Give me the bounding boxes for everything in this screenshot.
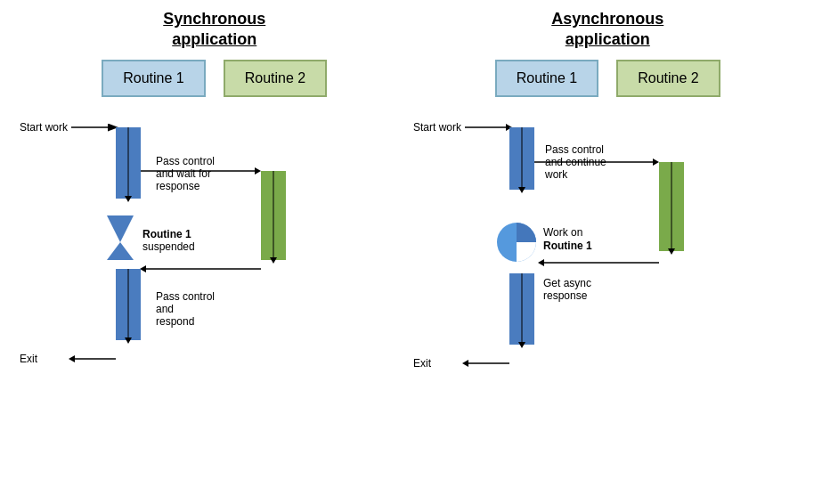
sync-pass2-label: Pass control — [156, 290, 215, 303]
async-response-label: response — [543, 289, 588, 302]
sync-and-wait-label: and wait for — [156, 167, 211, 180]
sync-routine1-box: Routine 1 — [102, 60, 206, 97]
sync-hourglass-top — [107, 215, 134, 242]
sync-pass-control-label: Pass control — [156, 155, 215, 167]
sync-r1-down-arrow1 — [125, 196, 132, 202]
async-return-arrowhead — [538, 259, 544, 266]
sync-suspended-label: suspended — [142, 240, 195, 253]
async-start-work-label: Start work — [413, 121, 462, 134]
sync-response-label: response — [156, 180, 200, 192]
sync-exit-label: Exit — [20, 353, 38, 365]
async-routine1-box: Routine 1 — [495, 60, 599, 97]
async-routine1-bold-label: Routine 1 — [543, 240, 592, 252]
sync-routine1-label: Routine 1 — [142, 228, 191, 240]
sync-routines-row: Routine 1 Routine 2 — [18, 60, 411, 97]
sync-respond-label: respond — [156, 315, 194, 328]
async-r2-down-arrow — [668, 248, 675, 255]
async-pass-arrowhead — [653, 159, 659, 166]
async-pie-slice — [517, 223, 536, 242]
sync-and-label: and — [156, 303, 174, 315]
async-pass-control-label: Pass control — [545, 143, 604, 156]
sync-r2-down-arrow — [270, 257, 277, 264]
sync-exit-arrowhead — [69, 355, 75, 362]
main-container: Synchronousapplication Routine 1 Routine… — [0, 0, 822, 504]
sync-r1-down-arrow2 — [125, 337, 132, 344]
sync-routine2-box: Routine 2 — [224, 60, 328, 97]
async-title: Asynchronousapplication — [411, 9, 805, 51]
async-exit-arrowhead — [462, 360, 468, 367]
sync-diagram-svg: Start work Pass control and wait for res… — [18, 104, 392, 443]
async-r1-down-arrow1 — [518, 187, 525, 193]
sync-hourglass-bottom — [107, 242, 134, 260]
async-section: Asynchronousapplication Routine 1 Routin… — [411, 9, 805, 495]
sync-start-work-label: Start work — [20, 121, 69, 134]
async-get-async-label: Get async — [543, 277, 591, 289]
async-pie-slice2 — [517, 242, 536, 262]
async-routine2-box: Routine 2 — [616, 60, 720, 97]
async-work-label: work — [544, 168, 568, 181]
sync-pass-arrowhead — [255, 167, 261, 175]
async-work-on-label: Work on — [543, 226, 582, 239]
sync-title: Synchronousapplication — [18, 9, 411, 51]
sync-return-arrowhead — [140, 265, 146, 272]
sync-section: Synchronousapplication Routine 1 Routine… — [18, 9, 411, 495]
async-exit-label: Exit — [413, 357, 432, 370]
async-diagram-svg: Start work Pass control and continue wor… — [411, 104, 794, 443]
async-routines-row: Routine 1 Routine 2 — [411, 60, 805, 97]
async-r1-down-arrow2 — [518, 342, 525, 348]
